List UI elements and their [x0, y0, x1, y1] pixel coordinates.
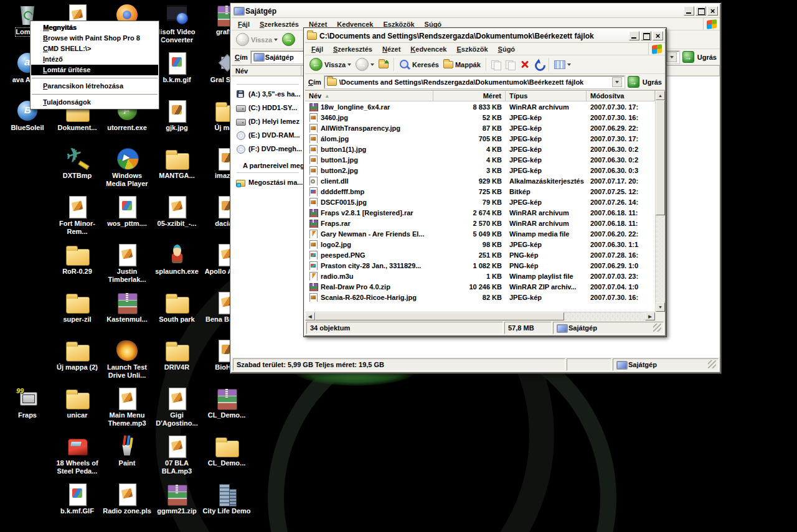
search-button[interactable]: Keresés	[398, 58, 440, 71]
scroll-left-icon[interactable]: ◀	[305, 312, 315, 320]
desktop-icon[interactable]: Kastenmul...	[102, 290, 152, 338]
desktop-icon-18wheels[interactable]: 18 Wheels of Steel Peda...	[52, 434, 102, 482]
desktop-icon[interactable]: MANTGA...	[152, 146, 202, 194]
forward-button[interactable]: →	[281, 32, 296, 47]
desktop-icon-video-converter[interactable]: lisoft Video Converter	[152, 2, 202, 50]
back-button[interactable]: ←Vissza	[235, 32, 279, 47]
scroll-right-icon[interactable]: ▶	[645, 312, 655, 320]
context-menu-item-properties[interactable]: Tulajdonságok	[31, 97, 158, 108]
file-row[interactable]: Gary Newman - Are Friends El... 5 049 KB…	[305, 228, 655, 239]
column-header-modified[interactable]: Módosítva	[587, 91, 655, 101]
move-to-button[interactable]	[490, 60, 502, 70]
desktop-icon[interactable]: CL_Demo...	[202, 386, 252, 434]
desktop-icon[interactable]: ggmm21.zip	[152, 482, 202, 530]
file-row[interactable]: Praston city-28 Jan., 3311829... 1 082 K…	[305, 260, 655, 271]
menu-item[interactable]: Nézet	[304, 20, 332, 29]
desktop-icon[interactable]: gjk.jpg	[152, 98, 202, 146]
address-dropdown-button[interactable]	[612, 77, 622, 87]
address-input[interactable]: \Documents and Settings\Rendszergazda\Do…	[324, 76, 625, 88]
desktop-icon[interactable]: unicar	[52, 386, 102, 434]
desktop-icon-splaunch[interactable]: splaunch.exe	[152, 242, 202, 290]
desktop-icon[interactable]: super-zil	[52, 290, 102, 338]
scroll-up-icon[interactable]: ▲	[656, 91, 665, 100]
desktop-icon-wmp[interactable]: Windows Media Player	[102, 146, 152, 194]
go-label[interactable]: Ugrás	[643, 78, 662, 86]
minimize-button[interactable]	[684, 6, 694, 16]
file-row[interactable]: logo2.jpg 98 KB JPEG-kép 2007.06.30. 1:1	[305, 239, 655, 250]
desktop-icon[interactable]: DRIV4R	[152, 338, 202, 386]
go-button[interactable]: →	[628, 76, 639, 88]
address-dropdown-button[interactable]	[667, 52, 677, 62]
file-row[interactable]: Fraps v2.8.1 [Registered].rar 2 674 KB W…	[305, 207, 655, 218]
file-row[interactable]: AllWithTransparency.jpg 87 KB JPEG-kép 2…	[305, 123, 655, 133]
menu-item[interactable]: Kedvencek	[405, 45, 451, 54]
menu-item[interactable]: Szerkesztés	[255, 20, 304, 29]
horizontal-scrollbar[interactable]: ◀ ▶	[305, 312, 655, 320]
go-label[interactable]: Ugrás	[697, 54, 717, 61]
menu-item[interactable]: Súgó	[420, 20, 447, 29]
desktop-icon[interactable]: Fort Minor-Rem...	[52, 194, 102, 242]
maximize-button[interactable]	[641, 31, 651, 40]
desktop-icon[interactable]: b.k.m.gif	[152, 50, 202, 98]
delete-button[interactable]	[519, 59, 531, 70]
file-row[interactable]: 18w_longline_6x4.rar 8 833 KB WinRAR arc…	[305, 101, 655, 112]
title-bar[interactable]: C:\Documents and Settings\Rendszergazda\…	[305, 29, 665, 43]
file-row[interactable]: button2.jpg 3 KB JPEG-kép 2007.06.30. 0:…	[305, 165, 655, 175]
column-header-type[interactable]: Típus	[506, 91, 587, 101]
desktop-icon-dxtbmp[interactable]: DXTBmp	[52, 146, 102, 194]
desktop-icon-fraps[interactable]: Fraps	[2, 386, 52, 434]
context-menu-item-empty-recycle-bin[interactable]: Lomtár ürítése	[31, 65, 158, 75]
desktop-icon[interactable]: RoR-0.29	[52, 242, 102, 290]
desktop-icon[interactable]: Launch Test Drive Unli...	[102, 338, 152, 386]
undo-button[interactable]	[533, 59, 545, 70]
scrollbar-thumb[interactable]	[315, 312, 564, 320]
desktop-icon[interactable]: b.k.mf.GIF	[52, 482, 102, 530]
desktop-icon[interactable]: 05-xzibit_-...	[152, 194, 202, 242]
desktop-icon[interactable]: 07 BLA BLA.mp3	[152, 434, 202, 482]
file-row[interactable]: Scania-R-620-Ricoe-Harig.jpg 82 KB JPEG-…	[305, 292, 655, 302]
resize-grip[interactable]	[708, 360, 716, 368]
desktop-icon[interactable]: Main Menu Theme.mp3	[102, 386, 152, 434]
desktop-icon[interactable]: wos_pttm....	[102, 194, 152, 242]
forward-button[interactable]: →	[354, 57, 375, 72]
desktop-icon-citylife[interactable]: City Life Demo	[202, 482, 252, 530]
context-menu-item-explorer[interactable]: Intéző	[31, 54, 158, 65]
column-header-name[interactable]: Név▲	[305, 91, 433, 101]
scrollbar-track[interactable]	[564, 312, 645, 320]
maximize-button[interactable]	[696, 6, 706, 16]
context-menu-item-create-shortcut[interactable]: Parancsikon létrehozása	[31, 81, 158, 91]
go-button[interactable]: →	[682, 51, 694, 63]
file-row[interactable]: peesped.PNG 251 KB PNG-kép 2007.07.28. 1…	[305, 250, 655, 260]
file-row[interactable]: álom.jpg 705 KB JPEG-kép 2007.07.30. 17:	[305, 133, 655, 144]
file-row[interactable]: button1.jpg 4 KB JPEG-kép 2007.06.30. 0:…	[305, 154, 655, 165]
file-row[interactable]: 3460.jpg 52 KB JPEG-kép 2007.07.30. 16:	[305, 112, 655, 123]
menu-item[interactable]: Eszközök	[378, 20, 419, 29]
desktop-icon[interactable]: Gigi D'Agostino...	[152, 386, 202, 434]
vertical-scrollbar[interactable]: ▲ ▼	[655, 91, 665, 312]
up-button[interactable]	[377, 60, 390, 69]
close-button[interactable]	[707, 6, 718, 16]
back-button[interactable]: ←Vissza	[308, 57, 352, 72]
menu-item[interactable]: Nézet	[377, 45, 405, 54]
desktop-icon[interactable]: Új mappa (2)	[52, 338, 102, 386]
menu-item[interactable]: Fájl	[233, 20, 255, 29]
menu-item[interactable]: Súgó	[493, 45, 521, 54]
file-row[interactable]: ddddefff.bmp 725 KB Bitkép 2007.07.25. 1…	[305, 186, 655, 197]
desktop-icon[interactable]: CL_Demo...	[202, 434, 252, 482]
close-button[interactable]	[653, 31, 663, 40]
desktop-icon[interactable]: South park	[152, 290, 202, 338]
desktop-icon-paint[interactable]: Paint	[102, 434, 152, 482]
menu-item[interactable]: Szerkesztés	[328, 45, 377, 54]
column-header-size[interactable]: Méret	[433, 91, 506, 101]
file-row[interactable]: button1(1).jpg 4 KB JPEG-kép 2007.06.30.…	[305, 144, 655, 154]
desktop-icon[interactable]: Justin Timberlak...	[102, 242, 152, 290]
file-row[interactable]: radio.m3u 1 KB Winamp playlist file 2007…	[305, 271, 655, 281]
desktop-icon[interactable]: Radio zone.pls	[102, 482, 152, 530]
file-row[interactable]: Real-Draw Pro 4.0.zip 10 246 KB WinRAR Z…	[305, 281, 655, 292]
copy-to-button[interactable]	[504, 60, 517, 70]
scroll-down-icon[interactable]: ▼	[656, 302, 665, 312]
views-button[interactable]	[553, 60, 572, 70]
menu-item[interactable]: Kedvencek	[332, 20, 378, 29]
context-menu-item-browse-psp[interactable]: Browse with Paint Shop Pro 8	[31, 33, 158, 44]
menu-item[interactable]: Fájl	[306, 45, 328, 54]
